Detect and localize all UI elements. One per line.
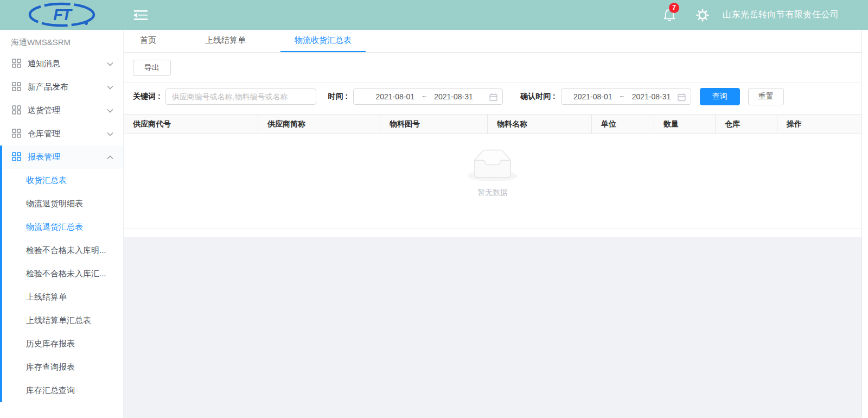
grid-icon xyxy=(12,59,21,69)
reset-button[interactable]: 重置 xyxy=(748,88,784,105)
sidebar-item-inspection-fail-summary[interactable]: 检验不合格未入库汇... xyxy=(2,262,123,286)
tab-home[interactable]: 首页 xyxy=(126,30,170,52)
grid-icon xyxy=(12,105,21,116)
sidebar-item-receipt-summary[interactable]: 收货汇总表 xyxy=(2,169,123,192)
notification-bell-icon[interactable]: 7 xyxy=(663,7,677,23)
notification-badge: 7 xyxy=(669,3,679,13)
column-material-drawing-no: 物料图号 xyxy=(380,115,487,134)
column-warehouse: 仓库 xyxy=(715,115,777,134)
sidebar-group-reports[interactable]: 报表管理 xyxy=(2,145,123,169)
tab-online-settlement[interactable]: 上线结算单 xyxy=(191,30,260,52)
toolbar: 导出 xyxy=(124,53,861,83)
tab-bar: 首页 上线结算单 物流收货汇总表 xyxy=(124,30,861,53)
range-separator: ~ xyxy=(620,92,624,101)
column-supplier-name: 供应商简称 xyxy=(258,115,380,134)
sidebar-group-label: 通知消息 xyxy=(28,59,60,69)
app-header: FT 7 xyxy=(0,0,868,30)
main-content: 首页 上线结算单 物流收货汇总表 导出 关键词 : 时间 : 2021-08-0… xyxy=(124,30,861,418)
app-title: 海通WMS&SRM xyxy=(0,30,123,52)
sidebar-item-logistics-return-summary[interactable]: 物流退货汇总表 xyxy=(2,216,123,239)
keyword-label: 关键词 : xyxy=(133,92,161,102)
sidebar-item-inspection-fail-detail[interactable]: 检验不合格未入库明... xyxy=(2,239,123,262)
chevron-down-icon xyxy=(107,132,113,136)
confirm-start-value: 2021-08-01 xyxy=(573,92,612,101)
sidebar-item-inventory-query-report[interactable]: 库存查询报表 xyxy=(2,356,123,379)
sidebar-group-label: 送货管理 xyxy=(28,105,60,116)
sidebar-group-new-product[interactable]: 新产品发布 xyxy=(0,75,123,99)
time-end-value: 2021-08-31 xyxy=(434,92,473,101)
sidebar-item-history-inventory-report[interactable]: 历史库存报表 xyxy=(2,332,123,356)
sidebar-group-label: 仓库管理 xyxy=(28,129,60,139)
header-right-cluster: 7 山东光岳转向节有限责任公司 xyxy=(663,0,839,30)
grid-icon xyxy=(12,152,21,163)
sidebar-group-warehouse[interactable]: 仓库管理 xyxy=(0,122,123,145)
company-name: 山东光岳转向节有限责任公司 xyxy=(723,9,839,21)
sidebar: 海通WMS&SRM 通知消息 新产品发布 送货管理 xyxy=(0,30,124,418)
search-button[interactable]: 查询 xyxy=(700,88,740,105)
sidebar-item-inventory-summary-query[interactable]: 库存汇总查询 xyxy=(2,379,123,402)
page-scrollbar-track[interactable] xyxy=(861,30,868,418)
sidebar-group-notifications[interactable]: 通知消息 xyxy=(0,52,123,75)
sidebar-item-online-settlement-summary[interactable]: 上线结算单汇总表 xyxy=(2,309,123,332)
content-panel: 导出 关键词 : 时间 : 2021-08-01 ~ 2021-08-31 确认… xyxy=(124,53,861,237)
sidebar-group-label: 报表管理 xyxy=(28,152,60,162)
calendar-icon xyxy=(489,93,497,102)
settings-gear-icon[interactable] xyxy=(695,8,710,22)
grid-icon xyxy=(12,129,21,140)
confirm-time-label: 确认时间 : xyxy=(520,92,556,102)
table-header-row: 供应商代号 供应商简称 物料图号 物料名称 单位 数量 仓库 操作 xyxy=(124,114,861,134)
empty-state: 暂无数据 xyxy=(124,149,861,198)
time-label: 时间 : xyxy=(328,92,348,102)
column-unit: 单位 xyxy=(591,115,654,134)
column-actions: 操作 xyxy=(777,115,861,134)
time-start-value: 2021-08-01 xyxy=(375,92,414,101)
company-logo: FT xyxy=(27,2,97,28)
calendar-icon xyxy=(678,93,686,102)
table-empty-body: 暂无数据 xyxy=(124,134,861,229)
chevron-down-icon xyxy=(107,62,113,66)
export-button[interactable]: 导出 xyxy=(133,60,171,76)
chevron-down-icon xyxy=(107,109,113,113)
sidebar-group-reports-wrap: 报表管理 收货汇总表 物流退货明细表 物流退货汇总表 检验不合格未入库明... … xyxy=(0,145,123,402)
column-quantity: 数量 xyxy=(654,115,715,134)
confirm-time-range-picker[interactable]: 2021-08-01 ~ 2021-08-31 xyxy=(561,88,691,105)
sidebar-item-logistics-return-detail[interactable]: 物流退货明细表 xyxy=(2,192,123,216)
logo-letters: FT xyxy=(53,6,73,23)
range-separator: ~ xyxy=(422,92,426,101)
empty-state-text: 暂无数据 xyxy=(477,188,508,198)
menu-fold-icon[interactable] xyxy=(133,9,148,23)
grid-icon xyxy=(12,82,21,93)
column-supplier-code: 供应商代号 xyxy=(124,115,258,134)
time-range-picker[interactable]: 2021-08-01 ~ 2021-08-31 xyxy=(353,88,503,105)
empty-box-icon xyxy=(468,149,518,183)
sidebar-item-online-settlement[interactable]: 上线结算单 xyxy=(2,286,123,309)
sidebar-group-delivery[interactable]: 送货管理 xyxy=(0,99,123,122)
chevron-down-icon xyxy=(107,85,113,90)
column-material-name: 物料名称 xyxy=(487,115,591,134)
filter-row: 关键词 : 时间 : 2021-08-01 ~ 2021-08-31 确认时间 … xyxy=(124,83,861,110)
sidebar-group-label: 新产品发布 xyxy=(28,82,68,92)
keyword-input[interactable] xyxy=(165,88,316,105)
tab-logistics-receipt-summary[interactable]: 物流收货汇总表 xyxy=(280,30,366,52)
chevron-up-icon xyxy=(107,155,113,160)
confirm-end-value: 2021-08-31 xyxy=(632,92,671,101)
